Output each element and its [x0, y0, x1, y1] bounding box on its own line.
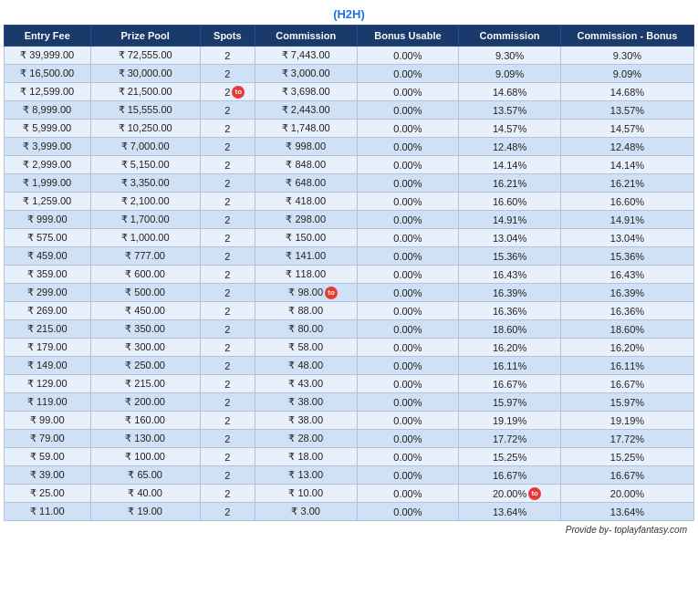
- cell-r3-c3: ₹ 2,443.00: [255, 101, 357, 120]
- cell-r20-c3: ₹ 38.00: [255, 412, 357, 430]
- cell-r17-c6: 16.11%: [560, 357, 693, 375]
- cell-r25-c2: 2: [200, 503, 255, 521]
- cell-r24-c6: 20.00%: [560, 485, 693, 503]
- cell-r16-c2: 2: [200, 339, 255, 357]
- cell-r6-c0: ₹ 2,999.00: [5, 156, 91, 174]
- cell-r16-c0: ₹ 179.00: [5, 339, 91, 357]
- cell-r18-c2: 2: [200, 375, 255, 393]
- cell-r4-c2: 2: [200, 120, 255, 138]
- cell-r8-c1: ₹ 2,100.00: [90, 193, 200, 211]
- cell-r4-c5: 14.57%: [459, 120, 561, 138]
- cell-r0-c6: 9.30%: [560, 47, 693, 65]
- cell-r25-c0: ₹ 11.00: [5, 503, 91, 521]
- cell-r12-c5: 16.43%: [459, 266, 561, 284]
- cell-r13-c0: ₹ 299.00: [5, 284, 91, 302]
- table-row: ₹ 59.00₹ 100.002₹ 18.000.00%15.25%15.25%: [5, 448, 694, 466]
- cell-r5-c6: 12.48%: [560, 138, 693, 156]
- cell-r1-c5: 9.09%: [459, 65, 561, 83]
- cell-r18-c6: 16.67%: [560, 375, 693, 393]
- cell-r21-c6: 17.72%: [560, 430, 693, 448]
- cell-r23-c4: 0.00%: [357, 466, 459, 485]
- cell-r25-c4: 0.00%: [357, 503, 459, 521]
- cell-r10-c2: 2: [200, 229, 255, 247]
- h2h-title: (H2H): [4, 4, 694, 25]
- cell-r11-c4: 0.00%: [357, 247, 459, 266]
- cell-r4-c0: ₹ 5,999.00: [5, 120, 91, 138]
- col-header-1: Prize Pool: [90, 26, 200, 47]
- cell-r23-c0: ₹ 39.00: [5, 466, 91, 485]
- cell-r21-c4: 0.00%: [357, 430, 459, 448]
- cell-r11-c6: 15.36%: [560, 247, 693, 266]
- cell-r15-c3: ₹ 80.00: [255, 320, 357, 339]
- cell-r17-c1: ₹ 250.00: [90, 357, 200, 375]
- cell-r3-c4: 0.00%: [357, 101, 459, 120]
- cell-r14-c0: ₹ 269.00: [5, 302, 91, 320]
- cell-r7-c2: 2: [200, 174, 255, 193]
- table-row: ₹ 79.00₹ 130.002₹ 28.000.00%17.72%17.72%: [5, 430, 694, 448]
- cell-r5-c1: ₹ 7,000.00: [90, 138, 200, 156]
- cell-r19-c5: 15.97%: [459, 393, 561, 412]
- cell-r8-c4: 0.00%: [357, 193, 459, 211]
- cell-r8-c0: ₹ 1,259.00: [5, 193, 91, 211]
- cell-r8-c2: 2: [200, 193, 255, 211]
- cell-r7-c3: ₹ 648.00: [255, 174, 357, 193]
- cell-r4-c4: 0.00%: [357, 120, 459, 138]
- cell-r7-c1: ₹ 3,350.00: [90, 174, 200, 193]
- cell-r0-c4: 0.00%: [357, 47, 459, 65]
- col-header-4: Bonus Usable: [357, 26, 459, 47]
- cell-r16-c4: 0.00%: [357, 339, 459, 357]
- table-row: ₹ 179.00₹ 300.002₹ 58.000.00%16.20%16.20…: [5, 339, 694, 357]
- cell-r5-c0: ₹ 3,999.00: [5, 138, 91, 156]
- cell-r0-c0: ₹ 39,999.00: [5, 47, 91, 65]
- cell-r21-c2: 2: [200, 430, 255, 448]
- cell-r12-c3: ₹ 118.00: [255, 266, 357, 284]
- cell-r18-c4: 0.00%: [357, 375, 459, 393]
- cell-r9-c4: 0.00%: [357, 211, 459, 229]
- cell-r6-c4: 0.00%: [357, 156, 459, 174]
- table-row: ₹ 2,999.00₹ 5,150.002₹ 848.000.00%14.14%…: [5, 156, 694, 174]
- cell-r5-c2: 2: [200, 138, 255, 156]
- cell-r16-c5: 16.20%: [459, 339, 561, 357]
- cell-r0-c3: ₹ 7,443.00: [255, 47, 357, 65]
- cell-r13-c2: 2: [200, 284, 255, 302]
- cell-r20-c5: 19.19%: [459, 412, 561, 430]
- cell-r17-c3: ₹ 48.00: [255, 357, 357, 375]
- cell-r3-c1: ₹ 15,555.00: [90, 101, 200, 120]
- cell-r4-c3: ₹ 1,748.00: [255, 120, 357, 138]
- cell-r22-c1: ₹ 100.00: [90, 448, 200, 466]
- cell-r14-c3: ₹ 88.00: [255, 302, 357, 320]
- cell-r2-c3: ₹ 3,698.00: [255, 83, 357, 101]
- cell-r17-c5: 16.11%: [459, 357, 561, 375]
- table-header: Entry FeePrize PoolSpotsCommissionBonus …: [5, 26, 694, 47]
- cell-r12-c4: 0.00%: [357, 266, 459, 284]
- cell-r19-c6: 15.97%: [560, 393, 693, 412]
- table-row: ₹ 999.00₹ 1,700.002₹ 298.000.00%14.91%14…: [5, 211, 694, 229]
- cell-r20-c6: 19.19%: [560, 412, 693, 430]
- cell-r25-c3: ₹ 3.00: [255, 503, 357, 521]
- table-row: ₹ 149.00₹ 250.002₹ 48.000.00%16.11%16.11…: [5, 357, 694, 375]
- table-row: ₹ 5,999.00₹ 10,250.002₹ 1,748.000.00%14.…: [5, 120, 694, 138]
- cell-r19-c2: 2: [200, 393, 255, 412]
- cell-r10-c6: 13.04%: [560, 229, 693, 247]
- table-row: ₹ 39.00₹ 65.002₹ 13.000.00%16.67%16.67%: [5, 466, 694, 485]
- table-row: ₹ 8,999.00₹ 15,555.002₹ 2,443.000.00%13.…: [5, 101, 694, 120]
- cell-r9-c1: ₹ 1,700.00: [90, 211, 200, 229]
- table-row: ₹ 299.00₹ 500.002₹ 98.00to0.00%16.39%16.…: [5, 284, 694, 302]
- cell-r8-c3: ₹ 418.00: [255, 193, 357, 211]
- cell-r21-c5: 17.72%: [459, 430, 561, 448]
- cell-r1-c0: ₹ 16,500.00: [5, 65, 91, 83]
- cell-r19-c3: ₹ 38.00: [255, 393, 357, 412]
- cell-r1-c6: 9.09%: [560, 65, 693, 83]
- cell-r11-c2: 2: [200, 247, 255, 266]
- cell-r13-c6: 16.39%: [560, 284, 693, 302]
- table-row: ₹ 215.00₹ 350.002₹ 80.000.00%18.60%18.60…: [5, 320, 694, 339]
- cell-r12-c1: ₹ 600.00: [90, 266, 200, 284]
- cell-r25-c1: ₹ 19.00: [90, 503, 200, 521]
- cell-r10-c5: 13.04%: [459, 229, 561, 247]
- cell-r2-c5: 14.68%: [459, 83, 561, 101]
- badge-icon: to: [325, 287, 338, 299]
- cell-r20-c2: 2: [200, 412, 255, 430]
- cell-r15-c2: 2: [200, 320, 255, 339]
- cell-r20-c1: ₹ 160.00: [90, 412, 200, 430]
- cell-r22-c5: 15.25%: [459, 448, 561, 466]
